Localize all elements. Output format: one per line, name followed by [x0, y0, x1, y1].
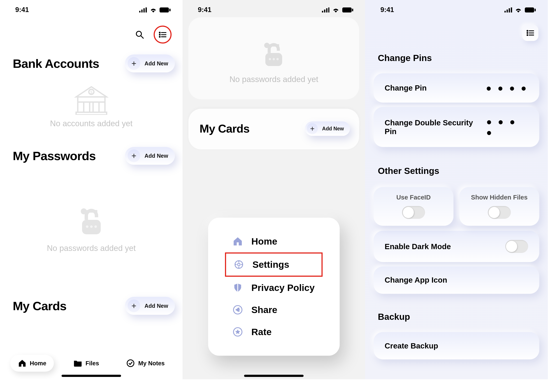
section-title-cards: My Cards	[199, 122, 249, 135]
battery-icon	[525, 7, 536, 13]
notes-icon	[126, 359, 135, 367]
lock-key-icon	[74, 205, 108, 239]
section-cards-header: My Cards + Add New	[0, 283, 183, 319]
folder-icon	[73, 360, 82, 367]
row-dark-mode[interactable]: Enable Dark Mode	[374, 231, 539, 262]
card-use-faceid[interactable]: Use FaceID	[374, 187, 454, 226]
switch-faceid[interactable]	[402, 206, 425, 219]
menu-home-label: Home	[251, 236, 277, 247]
menu-item-share[interactable]: Share	[228, 299, 323, 321]
menu-item-privacy[interactable]: Privacy Policy	[228, 277, 323, 299]
passwords-empty-text: No passwords added yet	[47, 244, 136, 253]
svg-rect-32	[324, 9, 325, 13]
svg-line-7	[141, 36, 143, 39]
heading-other-settings: Other Settings	[365, 151, 548, 182]
share-icon	[232, 304, 244, 316]
section-title-cards: My Cards	[13, 299, 66, 313]
row-change-app-icon[interactable]: Change App Icon	[374, 266, 539, 294]
svg-point-39	[273, 58, 275, 60]
star-icon	[232, 326, 244, 338]
svg-rect-53	[506, 9, 508, 13]
cards-section-bg: My Cards + Add New	[188, 109, 359, 149]
tab-files-label: Files	[85, 360, 99, 367]
status-time: 9:41	[380, 6, 394, 14]
passwords-empty-state: No passwords added yet	[188, 20, 359, 95]
status-indicators	[505, 7, 536, 13]
passwords-empty-state: No passwords added yet	[0, 169, 183, 282]
add-card-button[interactable]: + Add New	[305, 121, 350, 136]
menu-sheet: Home Settings Privacy Policy Share Rate	[208, 218, 340, 356]
menu-button[interactable]	[155, 27, 170, 42]
svg-rect-33	[326, 8, 327, 12]
section-passwords-header: My Passwords + Add New	[0, 139, 183, 169]
svg-point-26	[94, 225, 97, 228]
battery-icon	[342, 7, 353, 13]
add-password-label: Add New	[144, 153, 168, 159]
svg-rect-22	[76, 112, 107, 115]
svg-rect-1	[141, 9, 143, 13]
pin-dots: ● ● ● ●	[486, 116, 528, 138]
passwords-section-bg: No passwords added yet	[188, 17, 359, 99]
battery-icon	[160, 7, 171, 13]
home-icon	[18, 359, 27, 367]
menu-item-settings[interactable]: Settings	[225, 252, 323, 277]
menu-settings-label: Settings	[252, 259, 289, 270]
svg-point-27	[81, 209, 87, 214]
plus-icon: +	[128, 57, 140, 70]
menu-rate-label: Rate	[251, 327, 272, 337]
section-title-bank: Bank Accounts	[13, 56, 99, 71]
change-pin-label: Change Pin	[385, 84, 427, 92]
lock-key-icon	[258, 40, 289, 71]
tab-notes[interactable]: My Notes	[119, 355, 172, 372]
cellular-icon	[322, 7, 330, 13]
add-card-button[interactable]: + Add New	[125, 297, 175, 315]
home-indicator[interactable]	[62, 375, 121, 377]
svg-rect-55	[511, 7, 512, 13]
add-bank-button[interactable]: + Add New	[125, 55, 175, 72]
status-time: 9:41	[15, 6, 29, 14]
cellular-icon	[505, 7, 512, 13]
status-time: 9:41	[198, 6, 211, 14]
svg-point-6	[136, 31, 141, 36]
svg-rect-0	[139, 11, 141, 13]
list-icon	[527, 30, 534, 36]
svg-rect-54	[509, 8, 510, 12]
home-indicator[interactable]	[244, 375, 304, 377]
screen-home: 9:41 Bank Accounts + Add New $	[0, 0, 183, 379]
switch-show-hidden[interactable]	[488, 206, 511, 219]
row-create-backup[interactable]: Create Backup	[374, 332, 539, 359]
heading-backup: Backup	[365, 298, 548, 328]
svg-point-25	[90, 225, 93, 228]
search-button[interactable]	[132, 27, 147, 42]
screen-settings: 9:41 Change Pins Change Pin ● ● ● ● Chan…	[365, 0, 548, 379]
screen-menu-open: 9:41 No passwords added yet My Cards + A…	[183, 0, 365, 379]
dark-mode-label: Enable Dark Mode	[385, 242, 451, 251]
svg-point-60	[527, 32, 528, 33]
switch-dark-mode[interactable]	[505, 240, 528, 253]
add-card-label: Add New	[144, 303, 168, 309]
tab-home[interactable]: Home	[10, 355, 54, 372]
svg-rect-52	[505, 11, 506, 13]
show-hidden-label: Show Hidden Files	[471, 194, 528, 201]
menu-button[interactable]	[522, 25, 538, 41]
menu-item-rate[interactable]: Rate	[228, 321, 323, 343]
tab-home-label: Home	[30, 360, 46, 367]
create-backup-label: Create Backup	[385, 342, 438, 350]
svg-point-24	[86, 225, 88, 228]
wifi-icon	[514, 7, 522, 13]
top-toolbar	[0, 17, 183, 47]
menu-privacy-label: Privacy Policy	[251, 282, 314, 293]
menu-item-home[interactable]: Home	[228, 230, 323, 252]
card-show-hidden[interactable]: Show Hidden Files	[459, 187, 539, 226]
tab-files[interactable]: Files	[66, 356, 107, 371]
plus-icon: +	[307, 123, 318, 134]
bank-empty-state: $ No accounts added yet	[0, 77, 183, 139]
row-change-double-pin[interactable]: Change Double Security Pin ● ● ● ●	[374, 107, 539, 147]
bank-icon: $	[73, 84, 109, 115]
wifi-icon	[149, 7, 157, 13]
row-change-pin[interactable]: Change Pin ● ● ● ●	[374, 73, 539, 103]
section-title-passwords: My Passwords	[13, 149, 96, 163]
bank-empty-text: No accounts added yet	[50, 119, 133, 128]
add-password-button[interactable]: + Add New	[125, 147, 175, 165]
list-icon	[159, 32, 167, 38]
